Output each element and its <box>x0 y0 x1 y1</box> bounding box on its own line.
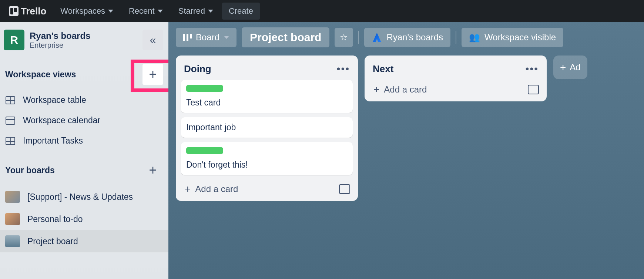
star-board-button[interactable]: ☆ <box>335 28 353 47</box>
visibility-button[interactable]: 👥 Workspace visible <box>462 28 563 47</box>
star-icon: ☆ <box>340 32 348 43</box>
board-thumbnail <box>5 213 20 225</box>
collapse-sidebar-button[interactable]: « <box>142 30 163 50</box>
add-card-label: Add a card <box>384 84 427 95</box>
table-icon <box>5 137 16 145</box>
template-icon <box>536 85 538 93</box>
ellipsis-icon: ••• <box>526 63 539 74</box>
sidebar-item-label: Project board <box>27 236 78 246</box>
add-list-label: Ad <box>570 62 580 73</box>
workspaces-menu[interactable]: Workspaces <box>54 3 120 20</box>
workspace-info[interactable]: Ryan's boards Enterprise <box>30 31 90 50</box>
top-nav: Trello Workspaces Recent Starred Create <box>0 0 644 22</box>
board-bar: Board Project board ☆ Ryan's boards 👥 Wo… <box>168 22 644 53</box>
recent-label: Recent <box>129 6 155 16</box>
create-button[interactable]: Create <box>222 3 260 20</box>
sidebar-board-item[interactable]: [Support] - News & Updates <box>0 186 168 208</box>
plus-icon: + <box>560 61 566 73</box>
add-card-button[interactable]: + Add a card <box>373 84 427 95</box>
card-text: Important job <box>186 122 348 132</box>
list-footer: + Add a card <box>370 80 541 96</box>
list-title[interactable]: Next <box>373 63 393 75</box>
plus-icon: + <box>149 67 157 82</box>
plus-icon: + <box>373 84 379 95</box>
board-area: Board Project board ☆ Ryan's boards 👥 Wo… <box>168 22 644 279</box>
visibility-label: Workspace visible <box>484 32 556 43</box>
your-boards-section-header: Your boards + <box>0 152 168 184</box>
trello-icon <box>9 6 19 16</box>
board-view-switcher[interactable]: Board <box>176 28 237 47</box>
board-view-label: Board <box>196 32 219 43</box>
card[interactable]: Don't forget this! <box>181 142 353 175</box>
your-boards-list: [Support] - News & Updates Personal to-d… <box>0 184 168 254</box>
card[interactable]: Test card <box>181 80 353 113</box>
board-icon <box>183 34 191 41</box>
sidebar-board-item[interactable]: Personal to-do <box>0 208 168 230</box>
starred-label: Starred <box>178 6 205 16</box>
sidebar-item-label: [Support] - News & Updates <box>27 192 133 202</box>
card-template-button[interactable] <box>536 86 538 93</box>
workspace-avatar[interactable]: R <box>4 30 24 50</box>
workspace-link-label: Ryan's boards <box>386 32 443 43</box>
brand-logo[interactable]: Trello <box>4 3 51 19</box>
starred-menu[interactable]: Starred <box>172 3 220 20</box>
list-footer: + Add a card <box>181 179 353 196</box>
workspace-views-section-header: Workspace views + <box>0 58 168 88</box>
workspace-header: R Ryan's boards Enterprise « <box>0 22 168 58</box>
double-chevron-left-icon: « <box>150 34 156 46</box>
sidebar-item-workspace-calendar[interactable]: Workspace calendar <box>0 110 168 131</box>
workspace-link[interactable]: Ryan's boards <box>364 28 450 47</box>
divider <box>358 31 359 44</box>
template-icon <box>348 185 349 193</box>
card-label-green <box>186 147 223 154</box>
plus-icon: + <box>185 183 191 195</box>
recent-menu[interactable]: Recent <box>122 3 170 20</box>
calendar-icon <box>5 117 16 125</box>
card-template-button[interactable] <box>348 186 349 192</box>
list-menu-button[interactable]: ••• <box>337 63 350 75</box>
list-next: Next ••• + Add a card <box>365 56 547 101</box>
card-text: Test card <box>186 98 348 108</box>
add-workspace-view-button[interactable]: + <box>142 64 163 85</box>
layout: R Ryan's boards Enterprise « Workspace v… <box>0 22 644 279</box>
sidebar: R Ryan's boards Enterprise « Workspace v… <box>0 22 168 279</box>
list-menu-button[interactable]: ••• <box>526 63 539 75</box>
workspace-views-list: Workspace table Workspace calendar Impor… <box>0 88 168 152</box>
list-title[interactable]: Doing <box>184 63 211 75</box>
workspace-views-title: Workspace views <box>5 70 76 80</box>
brand-name: Trello <box>21 6 46 17</box>
ellipsis-icon: ••• <box>337 63 350 74</box>
card-label-green <box>186 85 223 92</box>
plus-icon: + <box>149 162 157 178</box>
atlassian-icon <box>372 32 382 43</box>
sidebar-board-item-active[interactable]: Project board <box>0 230 168 252</box>
workspaces-label: Workspaces <box>60 6 105 16</box>
sidebar-item-label: Workspace table <box>23 95 86 105</box>
workspace-name: Ryan's boards <box>30 31 90 41</box>
add-card-button[interactable]: + Add a card <box>185 183 238 195</box>
list-doing: Doing ••• Test card Important job Don't … <box>176 56 358 201</box>
add-card-label: Add a card <box>195 184 238 194</box>
add-board-button[interactable]: + <box>142 160 163 181</box>
list-header: Next ••• <box>370 61 541 80</box>
sidebar-item-label: Important Tasks <box>23 136 83 146</box>
card[interactable]: Important job <box>181 117 353 138</box>
list-header: Doing ••• <box>181 61 353 80</box>
sidebar-item-workspace-table[interactable]: Workspace table <box>0 90 168 110</box>
sidebar-item-label: Personal to-do <box>27 214 83 224</box>
chevron-down-icon <box>208 10 213 13</box>
chevron-down-icon <box>224 36 229 39</box>
lists-container: Doing ••• Test card Important job Don't … <box>168 53 644 204</box>
sidebar-item-label: Workspace calendar <box>23 115 100 125</box>
chevron-down-icon <box>108 10 113 13</box>
board-thumbnail <box>5 191 20 203</box>
board-title[interactable]: Project board <box>242 27 329 47</box>
people-icon: 👥 <box>469 32 480 43</box>
sidebar-item-important-tasks[interactable]: Important Tasks <box>0 131 168 151</box>
workspace-tier: Enterprise <box>30 41 90 50</box>
create-label: Create <box>229 6 253 16</box>
divider <box>456 31 456 44</box>
add-list-button[interactable]: + Ad <box>553 56 587 79</box>
workspace-avatar-letter: R <box>10 34 18 46</box>
chevron-down-icon <box>158 10 163 13</box>
